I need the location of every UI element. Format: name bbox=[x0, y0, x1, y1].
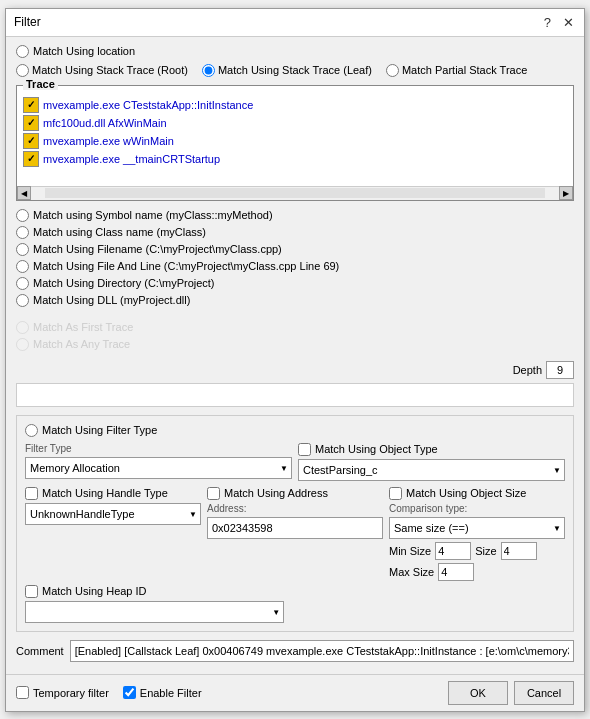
scrollbar-h-track[interactable] bbox=[45, 188, 545, 198]
heap-id-checkbox-row: Match Using Heap ID bbox=[25, 585, 284, 598]
address-checkbox[interactable] bbox=[207, 487, 220, 500]
dialog-body: Match Using location Match Using Stack T… bbox=[6, 37, 584, 674]
heap-id-col: Match Using Heap ID bbox=[25, 585, 284, 623]
comment-label: Comment bbox=[16, 645, 64, 657]
stack-leaf-radio[interactable] bbox=[202, 64, 215, 77]
min-size-input[interactable] bbox=[435, 542, 471, 560]
match-filter-type-label: Match Using Filter Type bbox=[42, 424, 157, 436]
stack-partial-item: Match Partial Stack Trace bbox=[386, 64, 527, 77]
enable-filter-label: Enable Filter bbox=[140, 687, 202, 699]
object-type-col: Match Using Object Type CtestParsing_c bbox=[298, 443, 565, 481]
handle-address-size-row: Match Using Handle Type UnknownHandleTyp… bbox=[25, 487, 565, 581]
temporary-filter-checkbox[interactable] bbox=[16, 686, 29, 699]
match-any-trace-label: Match As Any Trace bbox=[33, 338, 130, 350]
match-location-row: Match Using location bbox=[16, 45, 574, 58]
size-label: Size bbox=[475, 545, 496, 557]
min-size-label: Min Size bbox=[389, 545, 431, 557]
object-type-select[interactable]: CtestParsing_c bbox=[298, 459, 565, 481]
match-class-radio[interactable] bbox=[16, 226, 29, 239]
stack-root-radio[interactable] bbox=[16, 64, 29, 77]
object-size-checkbox-row: Match Using Object Size bbox=[389, 487, 565, 500]
address-sublabel: Address: bbox=[207, 503, 383, 514]
handle-type-checkbox-row: Match Using Handle Type bbox=[25, 487, 201, 500]
bottom-left: Temporary filter Enable Filter bbox=[16, 686, 202, 699]
object-size-col: Match Using Object Size Comparison type:… bbox=[389, 487, 565, 581]
trace-check-1[interactable]: ✓ bbox=[23, 115, 39, 131]
max-size-input[interactable] bbox=[438, 563, 474, 581]
match-location-radio[interactable] bbox=[16, 45, 29, 58]
filter-type-col: Filter Type Memory Allocation bbox=[25, 443, 292, 481]
comment-input[interactable] bbox=[70, 640, 574, 662]
scroll-left-arrow[interactable]: ◀ bbox=[17, 186, 31, 200]
trace-text-3: mvexample.exe __tmainCRTStartup bbox=[43, 153, 220, 165]
match-fileline-radio[interactable] bbox=[16, 260, 29, 273]
trace-item-3[interactable]: ✓ mvexample.exe __tmainCRTStartup bbox=[21, 150, 569, 168]
match-class-row: Match using Class name (myClass) bbox=[16, 226, 574, 239]
handle-type-checkbox[interactable] bbox=[25, 487, 38, 500]
title-bar: Filter ? ✕ bbox=[6, 9, 584, 37]
match-fileline-row: Match Using File And Line (C:\myProject\… bbox=[16, 260, 574, 273]
match-directory-row: Match Using Directory (C:\myProject) bbox=[16, 277, 574, 290]
match-options-section: Match using Symbol name (myClass::myMeth… bbox=[16, 209, 574, 309]
match-directory-radio[interactable] bbox=[16, 277, 29, 290]
heap-id-checkbox[interactable] bbox=[25, 585, 38, 598]
scroll-right-arrow[interactable]: ▶ bbox=[559, 186, 573, 200]
match-directory-label: Match Using Directory (C:\myProject) bbox=[33, 277, 215, 289]
match-filename-radio[interactable] bbox=[16, 243, 29, 256]
stack-partial-radio[interactable] bbox=[386, 64, 399, 77]
ok-button[interactable]: OK bbox=[448, 681, 508, 705]
match-class-label: Match using Class name (myClass) bbox=[33, 226, 206, 238]
match-first-trace-row: Match As First Trace bbox=[16, 321, 574, 334]
match-filter-type-radio[interactable] bbox=[25, 424, 38, 437]
match-first-trace-radio[interactable] bbox=[16, 321, 29, 334]
address-input[interactable] bbox=[207, 517, 383, 539]
trace-item-2[interactable]: ✓ mvexample.exe wWinMain bbox=[21, 132, 569, 150]
heap-id-select-wrapper bbox=[25, 601, 284, 623]
help-button[interactable]: ? bbox=[542, 15, 553, 30]
match-symbol-radio[interactable] bbox=[16, 209, 29, 222]
heap-id-select[interactable] bbox=[25, 601, 284, 623]
stack-trace-row: Match Using Stack Trace (Root) Match Usi… bbox=[16, 64, 574, 77]
heap-id-label: Match Using Heap ID bbox=[42, 585, 147, 597]
trace-text-2: mvexample.exe wWinMain bbox=[43, 135, 174, 147]
trace-check-3[interactable]: ✓ bbox=[23, 151, 39, 167]
object-size-checkbox[interactable] bbox=[389, 487, 402, 500]
address-col: Match Using Address Address: bbox=[207, 487, 383, 581]
object-type-checkbox[interactable] bbox=[298, 443, 311, 456]
match-any-trace-radio[interactable] bbox=[16, 338, 29, 351]
handle-type-select[interactable]: UnknownHandleType bbox=[25, 503, 201, 525]
comment-section: Comment bbox=[16, 640, 574, 662]
filter-type-section: Match Using Filter Type Filter Type Memo… bbox=[16, 415, 574, 632]
filter-type-select[interactable]: Memory Allocation bbox=[25, 457, 292, 479]
comparison-select[interactable]: Same size (==) bbox=[389, 517, 565, 539]
trace-item-0[interactable]: ✓ mvexample.exe CTeststakApp::InitInstan… bbox=[21, 96, 569, 114]
filter-dialog: Filter ? ✕ Match Using location Match Us… bbox=[5, 8, 585, 712]
trace-check-2[interactable]: ✓ bbox=[23, 133, 39, 149]
trace-list[interactable]: ✓ mvexample.exe CTeststakApp::InitInstan… bbox=[17, 86, 573, 186]
max-size-label: Max Size bbox=[389, 566, 434, 578]
filter-type-title-row: Match Using Filter Type bbox=[25, 424, 565, 437]
object-type-checkbox-row: Match Using Object Type bbox=[298, 443, 565, 456]
depth-input[interactable] bbox=[546, 361, 574, 379]
match-dll-radio[interactable] bbox=[16, 294, 29, 307]
enable-filter-row: Enable Filter bbox=[123, 686, 202, 699]
handle-type-col: Match Using Handle Type UnknownHandleTyp… bbox=[25, 487, 201, 581]
match-symbol-row: Match using Symbol name (myClass::myMeth… bbox=[16, 209, 574, 222]
match-any-trace-row: Match As Any Trace bbox=[16, 338, 574, 351]
bottom-right: OK Cancel bbox=[448, 681, 574, 705]
trace-item-1[interactable]: ✓ mfc100ud.dll AfxWinMain bbox=[21, 114, 569, 132]
filter-type-select-wrapper: Memory Allocation bbox=[25, 457, 292, 479]
object-size-label: Match Using Object Size bbox=[406, 487, 526, 499]
size-input[interactable] bbox=[501, 542, 537, 560]
filter-type-field-label: Filter Type bbox=[25, 443, 292, 454]
filter-object-row: Filter Type Memory Allocation Match Usin… bbox=[25, 443, 565, 481]
enable-filter-checkbox[interactable] bbox=[123, 686, 136, 699]
trace-check-0[interactable]: ✓ bbox=[23, 97, 39, 113]
address-checkbox-row: Match Using Address bbox=[207, 487, 383, 500]
close-button[interactable]: ✕ bbox=[561, 15, 576, 30]
trace-group: Trace ✓ mvexample.exe CTeststakApp::Init… bbox=[16, 85, 574, 201]
title-bar-controls: ? ✕ bbox=[542, 15, 576, 30]
trace-scrollbar-h[interactable]: ◀ ▶ bbox=[17, 186, 573, 200]
cancel-button[interactable]: Cancel bbox=[514, 681, 574, 705]
match-filename-row: Match Using Filename (C:\myProject\myCla… bbox=[16, 243, 574, 256]
